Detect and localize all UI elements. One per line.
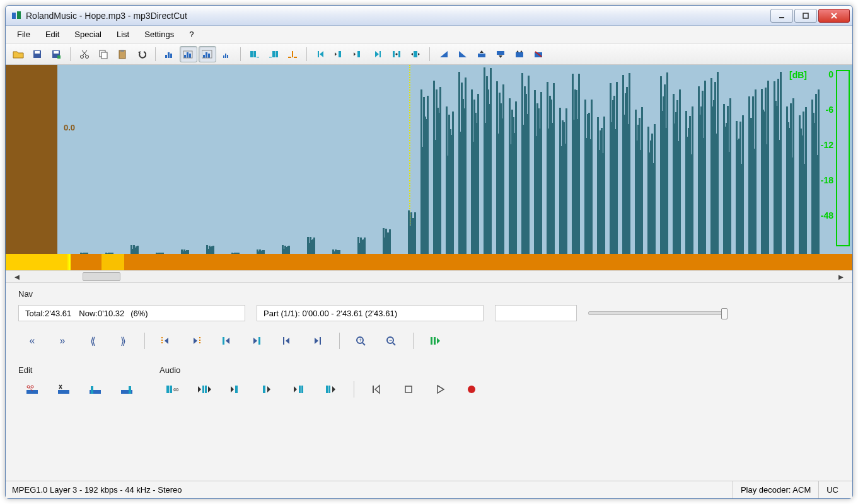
svg-rect-90 — [405, 386, 412, 392]
mute-button[interactable] — [530, 46, 547, 62]
svg-rect-40 — [292, 51, 293, 57]
scroll-left-icon[interactable]: ◄ — [12, 272, 22, 282]
menu-special[interactable]: Special — [68, 27, 108, 42]
nav-next-button[interactable]: » — [49, 331, 76, 350]
cue-set-end-button[interactable] — [350, 46, 368, 62]
svg-rect-52 — [516, 52, 523, 57]
scroll-right-icon[interactable]: ► — [836, 272, 846, 282]
nav-zoom-out-button[interactable]: − — [378, 331, 405, 350]
hscrollbar[interactable]: ◄ ► — [6, 270, 852, 283]
slider-thumb[interactable] — [721, 308, 728, 319]
zoom-out-button[interactable] — [217, 46, 235, 62]
fade-in-button[interactable] — [435, 46, 453, 62]
svg-rect-46 — [393, 51, 395, 57]
gain-down-button[interactable] — [492, 46, 509, 62]
select-end-button[interactable] — [265, 46, 282, 62]
nav-sel-end-button[interactable] — [243, 331, 271, 350]
audio-play-sel-button[interactable] — [191, 380, 219, 399]
save-selection-button[interactable] — [47, 46, 65, 62]
svg-rect-31 — [225, 54, 226, 58]
nav-pause-resume-button[interactable] — [421, 331, 449, 350]
open-button[interactable] — [9, 46, 27, 62]
nav-sel-begin-button[interactable] — [213, 331, 241, 350]
toolbar-separator — [429, 47, 430, 61]
select-begin-button[interactable] — [246, 46, 264, 62]
overview-handle[interactable] — [101, 254, 124, 270]
copy-button[interactable] — [95, 46, 112, 62]
svg-rect-42 — [318, 51, 319, 57]
svg-rect-78 — [166, 386, 169, 393]
edit-audio-row: Edit Audio ∞ — [18, 365, 840, 399]
nav-prev-button[interactable]: « — [18, 331, 46, 350]
nav-forward-button[interactable]: ⟫ — [109, 331, 137, 350]
maximize-button[interactable] — [794, 9, 817, 23]
edit-set-begin-button[interactable] — [81, 380, 109, 399]
zoom-fit-button[interactable] — [180, 46, 197, 62]
audio-play-before-button[interactable] — [286, 380, 313, 399]
cue-range2-button[interactable] — [407, 46, 424, 62]
cue-range-button[interactable] — [388, 46, 405, 62]
svg-rect-67 — [431, 337, 432, 345]
menu-list[interactable]: List — [110, 27, 136, 42]
normalize-button[interactable] — [511, 46, 528, 62]
zoom-full-button[interactable] — [199, 46, 216, 62]
paste-button[interactable] — [113, 46, 131, 62]
audio-record-button[interactable] — [458, 380, 485, 399]
nav-cue-prev-button[interactable] — [153, 331, 180, 350]
nav-part-text: Part (1/1): 0'00.00 - 2'43.61 (2'43.61) — [264, 309, 397, 318]
overview-bar[interactable] — [6, 254, 852, 270]
cue-set-begin-button[interactable] — [331, 46, 349, 62]
audio-play-from-begin-button[interactable] — [223, 380, 250, 399]
nav-position-slider[interactable] — [588, 311, 727, 315]
svg-rect-18 — [120, 50, 124, 52]
cue-prev-button[interactable] — [312, 46, 330, 62]
audio-play-to-end-button[interactable] — [254, 380, 282, 399]
menu-help[interactable]: ? — [183, 27, 200, 42]
edit-set-end-button[interactable] — [113, 380, 141, 399]
audio-loop-button[interactable]: ∞ — [159, 380, 187, 399]
audio-play-button[interactable] — [426, 380, 454, 399]
edit-cut-button[interactable] — [18, 380, 46, 399]
nav-goto-input[interactable] — [495, 305, 577, 321]
undo-button[interactable] — [132, 46, 150, 62]
nav-cue-next-button[interactable] — [183, 331, 211, 350]
nav-now-prefix: Now: — [79, 309, 98, 318]
svg-rect-68 — [434, 337, 436, 345]
svg-rect-19 — [165, 55, 167, 58]
audio-stop-button[interactable] — [395, 380, 422, 399]
select-clear-button[interactable] — [284, 46, 301, 62]
nav-rewind-button[interactable]: ⟪ — [79, 331, 107, 350]
svg-text:+: + — [359, 337, 362, 343]
svg-rect-86 — [301, 386, 303, 393]
fade-out-button[interactable] — [454, 46, 472, 62]
nav-percent: (6%) — [130, 309, 148, 318]
zoom-in-button[interactable] — [161, 46, 178, 62]
toolbar-separator — [306, 47, 307, 61]
audio-rewind-button[interactable] — [363, 380, 391, 399]
status-decoder: Play decoder: ACM — [733, 481, 818, 498]
svg-rect-51 — [497, 51, 504, 55]
svg-rect-50 — [478, 54, 485, 57]
nav-zoom-in-button[interactable]: + — [347, 331, 375, 350]
minimize-button[interactable] — [770, 9, 793, 23]
scroll-thumb[interactable] — [83, 272, 120, 281]
save-button[interactable] — [28, 46, 46, 62]
edit-trim-button[interactable] — [50, 380, 78, 399]
svg-rect-82 — [205, 386, 207, 393]
gain-up-button[interactable] — [473, 46, 490, 62]
waveform-display[interactable]: 0.0 [dB] 0 -6 -12 -18 -48 — [6, 65, 852, 254]
nav-home-button[interactable] — [274, 331, 301, 350]
status-uc: UC — [818, 481, 846, 498]
nav-part-box: Part (1/1): 0'00.00 - 2'43.61 (2'43.61) — [257, 305, 484, 321]
nav-end-button[interactable] — [304, 331, 332, 350]
cut-button[interactable] — [76, 46, 93, 62]
close-button[interactable] — [818, 9, 850, 23]
statusbar: MPEG1.0 Layer 3 - 192 kbps - 44 kHz - St… — [6, 481, 852, 498]
cue-next-button[interactable] — [369, 46, 386, 62]
db-tick: 0 — [821, 70, 833, 79]
menu-settings[interactable]: Settings — [138, 27, 180, 42]
audio-play-after-button[interactable] — [317, 380, 345, 399]
menu-file[interactable]: File — [11, 27, 37, 42]
toolbar-separator — [155, 47, 156, 61]
menu-edit[interactable]: Edit — [39, 27, 66, 42]
